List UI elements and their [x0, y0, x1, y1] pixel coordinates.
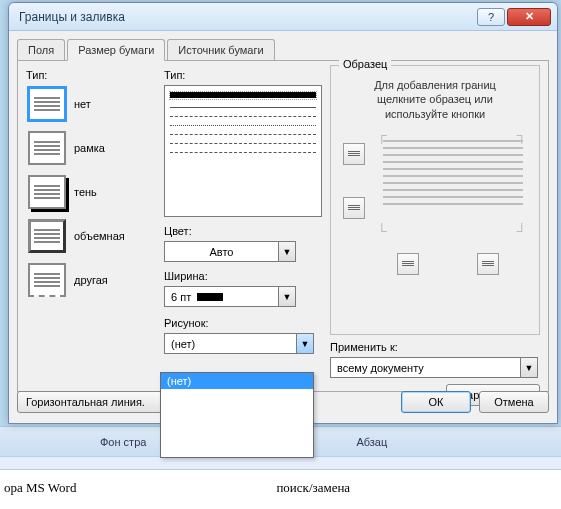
tab-fields[interactable]: Поля: [17, 39, 65, 61]
close-button[interactable]: ✕: [507, 8, 551, 26]
style-option[interactable]: [170, 107, 316, 108]
border-right-button[interactable]: [477, 253, 499, 275]
horizontal-line-button[interactable]: Горизонтальная линия.: [17, 391, 177, 413]
tab-panel: Тип: нет рамка тень: [17, 60, 549, 392]
ok-button[interactable]: ОК: [401, 391, 471, 413]
setting-label: объемная: [74, 230, 125, 242]
style-label: Тип:: [164, 69, 322, 81]
ruler: [0, 456, 561, 470]
page-fragment: поиск/замена: [276, 480, 350, 509]
cancel-button[interactable]: Отмена: [479, 391, 549, 413]
chevron-down-icon[interactable]: ▼: [296, 333, 314, 354]
preview-legend: Образец: [339, 58, 391, 70]
corner-icon: └: [377, 223, 387, 239]
border-top-button[interactable]: [343, 143, 365, 165]
setting-label: нет: [74, 98, 91, 110]
dropdown-option-selected[interactable]: (нет): [161, 373, 313, 389]
apply-to-label: Применить к:: [330, 341, 540, 353]
ribbon-text: Абзац: [356, 436, 387, 448]
width-label: Ширина:: [164, 270, 322, 282]
setting-box-icon: [28, 131, 66, 165]
setting-none[interactable]: нет: [26, 85, 156, 123]
setting-3d-icon: [28, 219, 66, 253]
art-dropdown-open[interactable]: (нет): [160, 372, 314, 458]
tab-paper-size[interactable]: Размер бумаги: [67, 39, 165, 61]
setting-label: рамка: [74, 142, 105, 154]
titlebar[interactable]: Границы и заливка ? ✕: [9, 3, 557, 31]
color-combo[interactable]: Авто ▼: [164, 241, 296, 262]
style-listbox[interactable]: [164, 85, 322, 217]
width-swatch: [197, 293, 223, 301]
help-button[interactable]: ?: [477, 8, 505, 26]
border-bottom-button[interactable]: [343, 197, 365, 219]
color-value: Авто: [210, 246, 234, 258]
corner-icon: ┘: [517, 223, 527, 239]
art-combo[interactable]: (нет) ▼: [164, 333, 314, 354]
chevron-down-icon[interactable]: ▼: [278, 286, 296, 307]
page-fragment: ора MS Word: [4, 480, 76, 509]
ribbon-text: Фон стра: [100, 436, 146, 448]
setting-3d[interactable]: объемная: [26, 217, 156, 255]
preview-page: [383, 135, 523, 225]
apply-to-combo[interactable]: всему документу ▼: [330, 357, 538, 378]
preview-group: Образец Для добавления границ щелкните о…: [330, 65, 540, 335]
apply-to-value: всему документу: [337, 362, 424, 374]
style-option[interactable]: [170, 143, 316, 144]
style-option[interactable]: [170, 92, 316, 99]
setting-box[interactable]: рамка: [26, 129, 156, 167]
setting-label: тень: [74, 186, 97, 198]
setting-type-label: Тип:: [26, 69, 156, 81]
color-label: Цвет:: [164, 225, 322, 237]
setting-custom-icon: [28, 263, 66, 297]
style-option[interactable]: [170, 125, 316, 126]
width-value: 6 пт: [171, 291, 191, 303]
tab-paper-source[interactable]: Источник бумаги: [167, 39, 274, 61]
style-option[interactable]: [170, 152, 316, 153]
dialog-window: Границы и заливка ? ✕ Поля Размер бумаги…: [8, 2, 558, 424]
chevron-down-icon[interactable]: ▼: [278, 241, 296, 262]
style-option[interactable]: [170, 116, 316, 117]
tab-bar: Поля Размер бумаги Источник бумаги: [17, 39, 549, 61]
width-combo[interactable]: 6 пт ▼: [164, 286, 296, 307]
window-title: Границы и заливка: [19, 10, 125, 24]
setting-label: другая: [74, 274, 108, 286]
setting-none-icon: [28, 87, 66, 121]
style-option[interactable]: [170, 134, 316, 135]
setting-shadow-icon: [28, 175, 66, 209]
border-left-button[interactable]: [397, 253, 419, 275]
setting-shadow[interactable]: тень: [26, 173, 156, 211]
art-label: Рисунок:: [164, 317, 322, 329]
chevron-down-icon[interactable]: ▼: [520, 357, 538, 378]
document-body: ора MS Word поиск/замена: [0, 470, 561, 509]
art-value: (нет): [171, 338, 195, 350]
setting-type-list: нет рамка тень объемная: [26, 85, 156, 299]
preview-hint: Для добавления границ щелкните образец и…: [341, 78, 529, 121]
setting-custom[interactable]: другая: [26, 261, 156, 299]
